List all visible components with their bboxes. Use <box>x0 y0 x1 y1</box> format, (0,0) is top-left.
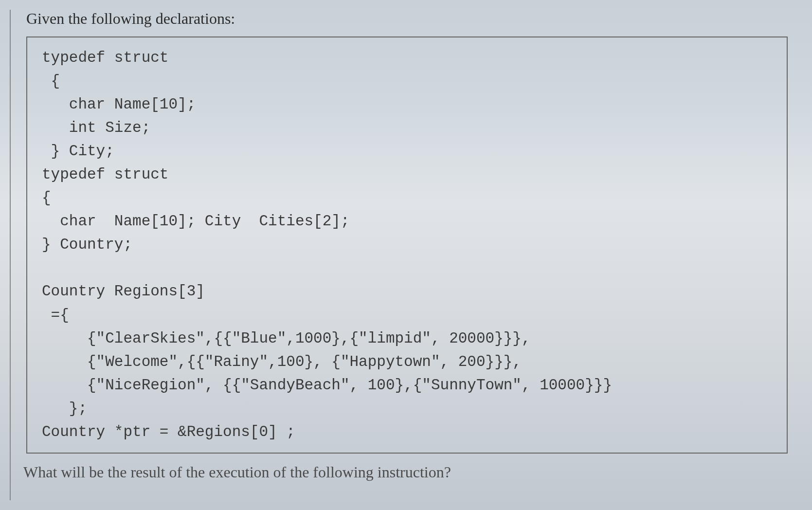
intro-text: Given the following declarations: <box>26 10 793 28</box>
code-content: typedef struct { char Name[10]; int Size… <box>42 46 772 444</box>
page-container: Given the following declarations: typede… <box>10 10 793 500</box>
question-text: What will be the result of the execution… <box>23 463 793 481</box>
code-block: typedef struct { char Name[10]; int Size… <box>26 36 788 454</box>
